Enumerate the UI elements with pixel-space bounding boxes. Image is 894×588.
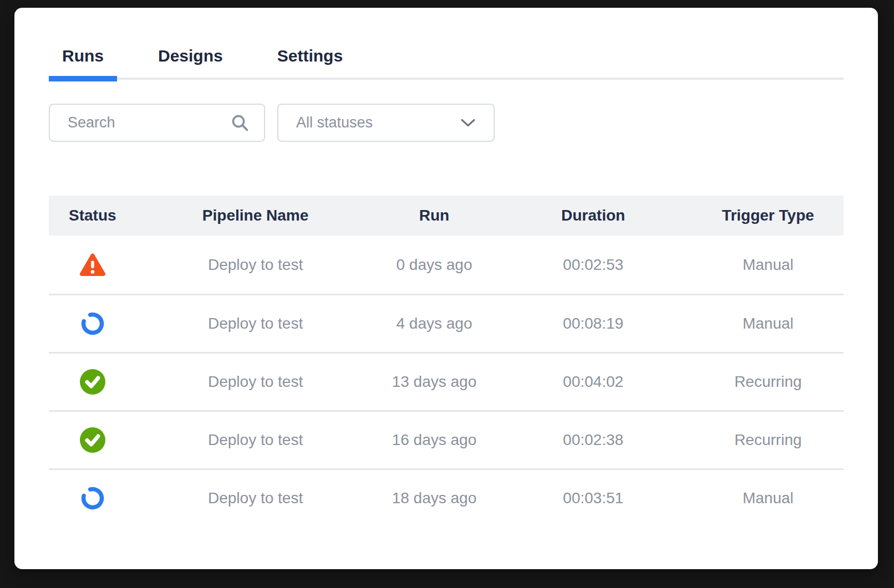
column-header-pipeline-name: Pipeline Name [136,207,375,224]
duration-cell: 00:04:02 [494,373,692,391]
column-header-status: Status [49,207,136,224]
trigger-type-cell: Manual [693,256,844,274]
pipeline-name-cell: Deploy to test [136,315,375,333]
table-row[interactable]: Deploy to test 18 days ago 00:03:51 Manu… [49,468,844,526]
runs-table: Status Pipeline Name Run Duration Trigge… [49,196,844,526]
table-row[interactable]: Deploy to test 0 days ago 00:02:53 Manua… [49,236,844,294]
pipeline-runs-card: Runs Designs Settings All statuses [14,8,878,569]
pipeline-name-cell: Deploy to test [136,256,375,274]
table-row[interactable]: Deploy to test 16 days ago 00:02:38 Recu… [49,410,844,468]
status-cell [49,427,136,453]
chevron-down-icon [460,118,476,127]
search-box[interactable] [49,104,265,142]
duration-cell: 00:02:38 [494,431,692,449]
search-input[interactable] [67,114,231,132]
table-row[interactable]: Deploy to test 13 days ago 00:04:02 Recu… [49,352,844,410]
status-cell [49,369,136,395]
column-header-run: Run [375,207,494,224]
tab-bar: Runs Designs Settings [49,8,844,80]
trigger-type-cell: Recurring [693,431,844,449]
column-header-duration: Duration [494,207,692,224]
column-header-trigger-type: Trigger Type [693,207,844,224]
run-cell: 0 days ago [375,256,494,274]
pipeline-name-cell: Deploy to test [136,431,375,449]
run-cell: 18 days ago [375,489,494,507]
trigger-type-cell: Manual [693,489,844,507]
spinner-icon [80,485,105,511]
screen: Runs Designs Settings All statuses [0,0,894,588]
table-row[interactable]: Deploy to test 4 days ago 00:08:19 Manua… [49,294,844,352]
pipeline-name-cell: Deploy to test [136,489,375,507]
status-cell [49,485,136,511]
duration-cell: 00:03:51 [494,489,692,507]
duration-cell: 00:08:19 [494,315,692,333]
status-cell [49,311,136,336]
run-cell: 4 days ago [375,315,494,333]
duration-cell: 00:02:53 [494,256,692,274]
spinner-icon [80,311,105,336]
run-cell: 13 days ago [375,373,494,391]
status-filter-select[interactable]: All statuses [277,104,495,142]
tab-designs[interactable]: Designs [145,42,236,78]
status-cell [49,252,136,278]
search-icon [231,114,250,132]
trigger-type-cell: Recurring [693,373,844,391]
run-cell: 16 days ago [375,431,494,449]
trigger-type-cell: Manual [693,315,844,333]
check-icon [79,369,106,395]
tab-settings[interactable]: Settings [264,42,356,78]
tab-runs[interactable]: Runs [49,42,117,78]
status-filter-value: All statuses [296,114,373,131]
check-icon [79,427,106,453]
pipeline-name-cell: Deploy to test [136,373,375,391]
warning-icon [79,252,106,278]
table-header-row: Status Pipeline Name Run Duration Trigge… [49,196,844,236]
filter-bar: All statuses [49,104,844,142]
